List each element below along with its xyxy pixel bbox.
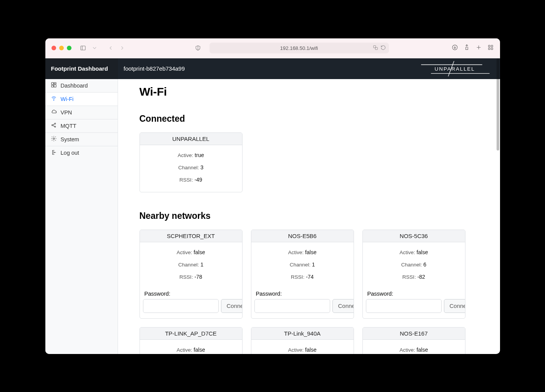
svg-rect-11 (491, 45, 492, 46)
company-logo: UNPARALLEL (418, 58, 500, 79)
password-input[interactable] (366, 299, 442, 313)
network-card-body: ActivefalseChannel1RSSI-74 (251, 242, 354, 289)
tab-group-dropdown[interactable] (89, 43, 100, 53)
svg-point-22 (52, 125, 53, 126)
network-card: TP-LINK_AP_D7CEActivefalseChannel10 (140, 327, 243, 354)
svg-rect-12 (488, 48, 490, 49)
svg-line-26 (53, 126, 55, 127)
privacy-shield-icon[interactable] (193, 43, 203, 53)
password-input[interactable] (143, 299, 219, 313)
sidebar-item-dashboard[interactable]: Dashboard (45, 79, 118, 93)
browser-window: 192.168.50.1/wifi Footprint Dashboard fo… (45, 38, 500, 354)
network-card-body: ActivefalseChannel10 (140, 340, 242, 354)
active-value: false (417, 347, 428, 353)
new-tab-icon[interactable] (475, 44, 482, 52)
address-bar[interactable]: 192.168.50.1/wifi (209, 43, 389, 53)
password-label: Password: (140, 289, 242, 299)
svg-point-23 (54, 123, 55, 124)
svg-rect-13 (491, 48, 492, 49)
minimize-window-button[interactable] (59, 46, 64, 50)
sidebar-item-label: MQTT (61, 123, 76, 129)
svg-rect-20 (52, 85, 53, 87)
active-value: false (417, 249, 428, 255)
network-card: UNPARALLELActivetrueChannel3RSSI-49 (140, 132, 243, 192)
network-card-body: ActivefalseChannel4 (251, 340, 354, 354)
svg-rect-0 (81, 46, 85, 50)
network-card-body: ActivefalseChannel1 (363, 340, 465, 354)
share-icon (51, 122, 57, 129)
maximize-window-button[interactable] (67, 46, 71, 50)
active-value: false (194, 249, 205, 255)
sidebar-item-system[interactable]: System (45, 133, 118, 146)
app-header: Footprint Dashboard footprint-b827eb734a… (45, 58, 500, 79)
network-card: TP-Link_940AActivefalseChannel4 (251, 327, 354, 354)
rssi-label: RSSI (179, 177, 194, 183)
sidebar-nav: DashboardWi-FiVPNMQTTSystemLog out (45, 79, 118, 354)
reload-icon[interactable] (381, 45, 386, 51)
share-icon[interactable] (464, 44, 470, 52)
channel-label: Channel (178, 262, 201, 268)
connected-cards: UNPARALLELActivetrueChannel3RSSI-49 (140, 132, 479, 192)
sidebar-item-mqtt[interactable]: MQTT (45, 119, 118, 133)
network-card-body: ActivefalseChannel6RSSI-82 (363, 242, 465, 289)
active-label: Active (177, 347, 194, 353)
active-label: Active (177, 250, 194, 255)
network-ssid: NOS-5C36 (363, 230, 465, 242)
nearby-section-title: Nearby networks (140, 211, 479, 221)
network-card: NOS-E167ActivefalseChannel1 (362, 327, 465, 354)
active-value: false (305, 249, 317, 255)
forward-button[interactable] (117, 43, 128, 53)
rssi-label: RSSI (179, 274, 194, 280)
sidebar-item-label: Log out (61, 150, 79, 156)
rssi-value: -49 (194, 177, 202, 183)
main-content: Wi-Fi Connected UNPARALLELActivetrueChan… (118, 79, 500, 354)
downloads-icon[interactable] (452, 44, 458, 52)
tab-overview-icon[interactable] (487, 44, 494, 52)
channel-value: 3 (201, 164, 204, 170)
sidebar-item-vpn[interactable]: VPN (45, 106, 118, 119)
page-title: Wi-Fi (140, 85, 479, 98)
rssi-value: -82 (417, 274, 425, 280)
logo-text: UNPARALLEL (435, 66, 475, 71)
network-ssid: TP-Link_940A (251, 327, 354, 340)
active-label: Active (288, 347, 305, 353)
active-label: Active (400, 347, 417, 353)
network-ssid: TP-LINK_AP_D7CE (140, 327, 242, 340)
sidebar-item-label: Dashboard (61, 83, 88, 89)
network-ssid: UNPARALLEL (140, 133, 242, 145)
sidebar-toggle-button[interactable] (78, 43, 88, 53)
sidebar-item-label: VPN (61, 109, 72, 116)
cloud-icon (51, 109, 57, 116)
sidebar-item-logout[interactable]: Log out (45, 146, 118, 160)
svg-rect-18 (54, 83, 56, 84)
svg-point-21 (53, 100, 54, 101)
password-label: Password: (363, 289, 465, 299)
svg-rect-10 (488, 45, 490, 46)
channel-value: 6 (424, 261, 427, 268)
network-ssid: SCPHEITOR_EXT (140, 230, 242, 242)
connect-button[interactable]: Connect (444, 299, 465, 313)
network-card-body: ActivetrueChannel3RSSI-49 (140, 145, 242, 192)
active-value: false (305, 347, 317, 353)
nearby-cards: SCPHEITOR_EXTActivefalseChannel1RSSI-78P… (140, 230, 479, 354)
rssi-label: RSSI (402, 274, 417, 280)
logout-icon (51, 149, 57, 157)
scrollbar[interactable] (497, 58, 499, 151)
sidebar-item-label: Wi-Fi (61, 96, 74, 102)
network-card: SCPHEITOR_EXTActivefalseChannel1RSSI-78P… (140, 230, 243, 319)
active-label: Active (178, 152, 194, 158)
gear-icon (51, 136, 57, 143)
connected-section-title: Connected (140, 114, 479, 124)
connect-button[interactable]: Connect (332, 299, 354, 313)
sidebar-item-label: System (61, 136, 79, 142)
password-input[interactable] (254, 299, 330, 313)
translate-icon[interactable] (373, 45, 378, 51)
connect-button[interactable]: Connect (221, 299, 243, 313)
app-brand: Footprint Dashboard (45, 58, 118, 79)
svg-rect-19 (54, 84, 56, 87)
active-value: true (195, 152, 204, 158)
back-button[interactable] (105, 43, 116, 53)
sidebar-item-wifi[interactable]: Wi-Fi (45, 93, 118, 106)
close-window-button[interactable] (52, 46, 56, 50)
active-value: false (194, 347, 205, 353)
